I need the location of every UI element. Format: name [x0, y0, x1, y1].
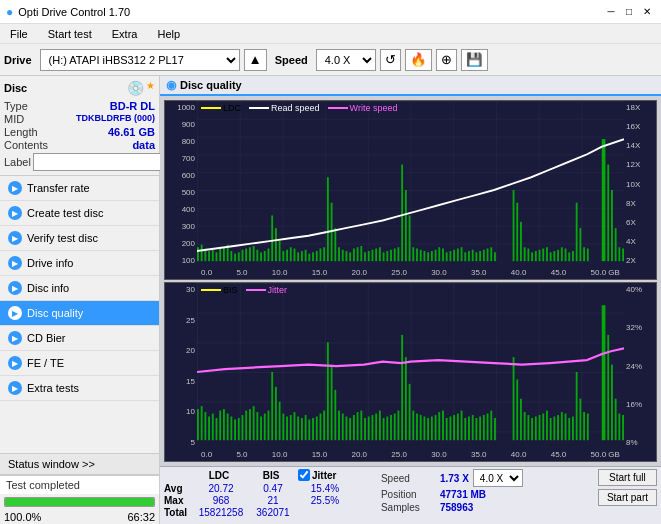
status-window-button[interactable]: Status window >> — [0, 454, 159, 475]
disc-label-input[interactable] — [33, 153, 177, 171]
svg-rect-162 — [390, 415, 392, 440]
legend-ldc: LDC — [201, 103, 241, 113]
svg-rect-198 — [539, 415, 541, 440]
svg-rect-100 — [579, 228, 581, 261]
disc-info-icon: ▶ — [8, 281, 22, 295]
svg-rect-51 — [383, 252, 385, 261]
burn-button[interactable]: 🔥 — [405, 49, 432, 71]
svg-rect-130 — [271, 372, 273, 440]
speed-selector[interactable]: 4.0 X — [316, 49, 376, 71]
sidebar-item-fe-te[interactable]: ▶ FE / TE — [0, 351, 159, 376]
sidebar-item-label: FE / TE — [27, 357, 64, 369]
svg-rect-140 — [308, 419, 310, 440]
svg-rect-59 — [412, 247, 414, 261]
menu-file[interactable]: File — [4, 27, 34, 41]
svg-rect-72 — [461, 247, 463, 261]
bottom-chart: 30 25 20 15 10 5 BIS Jit — [164, 282, 657, 462]
sidebar-item-label: Disc info — [27, 282, 69, 294]
start-part-button[interactable]: Start part — [598, 489, 657, 506]
disc-type-label: Type — [4, 100, 28, 112]
svg-rect-80 — [490, 247, 492, 261]
jitter-checkbox[interactable] — [298, 469, 310, 481]
svg-rect-7 — [219, 248, 221, 261]
start-full-button[interactable]: Start full — [598, 469, 657, 486]
svg-rect-94 — [557, 250, 559, 261]
svg-rect-123 — [245, 411, 247, 441]
disc-contents-label: Contents — [4, 139, 48, 151]
svg-rect-95 — [561, 247, 563, 261]
jitter-checkbox-area[interactable]: Jitter — [298, 469, 336, 481]
sidebar-item-cd-bier[interactable]: ▶ CD Bier — [0, 326, 159, 351]
svg-rect-125 — [253, 406, 255, 440]
eject-button[interactable]: ▲ — [244, 49, 267, 71]
svg-rect-52 — [386, 251, 388, 261]
legend-write-speed-color — [328, 107, 348, 109]
svg-rect-65 — [435, 250, 437, 261]
disc-quality-icon: ▶ — [8, 306, 22, 320]
close-button[interactable]: ✕ — [639, 4, 655, 20]
svg-rect-149 — [342, 414, 344, 441]
svg-rect-176 — [442, 411, 444, 441]
svg-rect-111 — [201, 406, 203, 440]
svg-rect-205 — [565, 414, 567, 441]
max-label: Max — [164, 495, 194, 506]
samples-row: Samples 758963 — [381, 502, 588, 513]
copy-button[interactable]: ⊕ — [436, 49, 457, 71]
position-val: 47731 MB — [440, 489, 486, 500]
minimize-button[interactable]: ─ — [603, 4, 619, 20]
svg-rect-88 — [535, 251, 537, 261]
svg-rect-169 — [416, 414, 418, 441]
svg-rect-112 — [204, 412, 206, 440]
sidebar-item-transfer-rate[interactable]: ▶ Transfer rate — [0, 176, 159, 201]
refresh-button[interactable]: ↺ — [380, 49, 401, 71]
svg-rect-164 — [398, 411, 400, 441]
svg-rect-17 — [256, 250, 258, 261]
progress-info: 100.0% 66:32 — [0, 510, 159, 524]
svg-rect-117 — [223, 409, 225, 440]
svg-rect-108 — [622, 248, 624, 261]
sidebar-item-create-test-disc[interactable]: ▶ Create test disc — [0, 201, 159, 226]
top-chart: 1000 900 800 700 600 500 400 300 200 100 — [164, 100, 657, 280]
svg-rect-173 — [431, 417, 433, 441]
stats-table: LDC BIS Jitter Avg 20.72 0.47 15.4% Max — [164, 469, 371, 518]
chart-header: ◉ Disc quality — [160, 76, 661, 96]
sidebar-item-disc-info[interactable]: ▶ Disc info — [0, 276, 159, 301]
save-button[interactable]: 💾 — [461, 49, 488, 71]
stats-total-row: Total 15821258 362071 — [164, 507, 371, 518]
svg-rect-154 — [360, 411, 362, 441]
menu-help[interactable]: Help — [151, 27, 186, 41]
svg-rect-212 — [602, 305, 606, 440]
svg-rect-120 — [234, 419, 236, 440]
svg-rect-150 — [346, 417, 348, 441]
svg-rect-25 — [286, 250, 288, 261]
maximize-button[interactable]: □ — [621, 4, 637, 20]
sidebar-item-verify-test-disc[interactable]: ▶ Verify test disc — [0, 226, 159, 251]
svg-rect-6 — [216, 252, 218, 261]
svg-rect-142 — [316, 417, 318, 441]
drive-toolbar: Drive (H:) ATAPI iHBS312 2 PL17 ▲ Speed … — [0, 44, 661, 76]
sidebar-item-disc-quality[interactable]: ▶ Disc quality — [0, 301, 159, 326]
svg-rect-58 — [409, 215, 411, 261]
svg-rect-134 — [286, 417, 288, 441]
sidebar-item-extra-tests[interactable]: ▶ Extra tests — [0, 376, 159, 401]
speed-select-stats[interactable]: 4.0 X — [473, 469, 523, 487]
svg-rect-42 — [349, 252, 351, 261]
svg-rect-136 — [294, 412, 296, 440]
svg-rect-84 — [520, 222, 522, 261]
svg-rect-82 — [513, 190, 515, 261]
svg-rect-14 — [245, 248, 247, 261]
menu-extra[interactable]: Extra — [106, 27, 144, 41]
svg-rect-54 — [394, 248, 396, 261]
cd-bier-icon: ▶ — [8, 331, 22, 345]
sidebar-item-drive-info[interactable]: ▶ Drive info — [0, 251, 159, 276]
disc-type-row: Type BD-R DL — [4, 100, 155, 112]
svg-rect-155 — [364, 418, 366, 440]
drive-selector[interactable]: (H:) ATAPI iHBS312 2 PL17 — [40, 49, 240, 71]
fe-te-icon: ▶ — [8, 356, 22, 370]
bottom-chart-x-axis: 0.0 5.0 10.0 15.0 20.0 25.0 30.0 35.0 40… — [197, 447, 624, 461]
svg-rect-128 — [264, 414, 266, 441]
svg-rect-110 — [197, 409, 199, 440]
disc-icon: 💿 — [127, 80, 144, 96]
svg-rect-184 — [472, 415, 474, 440]
menu-start-test[interactable]: Start test — [42, 27, 98, 41]
